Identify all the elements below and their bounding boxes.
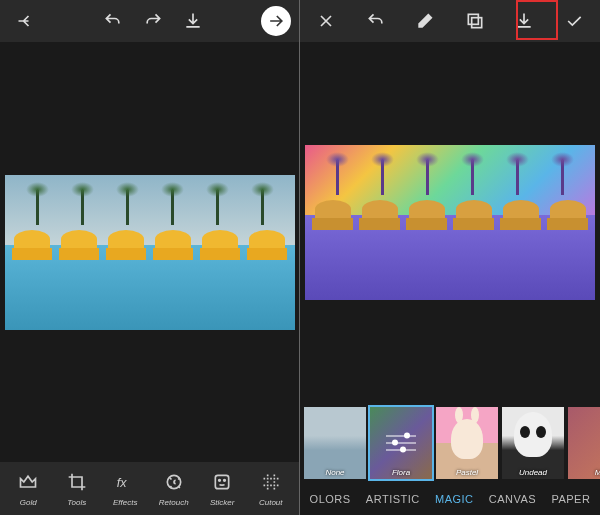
fx-icon: fx [113, 470, 137, 494]
filter-strip: NoneFloraPastelUndeadMi [300, 403, 600, 483]
cat-artistic[interactable]: ARTISTIC [366, 493, 420, 505]
filter-label: Pastel [436, 468, 498, 477]
filter-undead[interactable]: Undead [502, 407, 564, 479]
filter-flora[interactable]: Flora [370, 407, 432, 479]
right-canvas [300, 42, 600, 403]
layers-button[interactable] [457, 3, 493, 39]
cat-magic[interactable]: MAGIC [435, 493, 474, 505]
undo-button-right[interactable] [358, 3, 394, 39]
retouch-icon [162, 470, 186, 494]
close-button[interactable] [308, 3, 344, 39]
svg-point-3 [219, 480, 221, 482]
tool-label: Sticker [210, 498, 234, 507]
tool-cutout[interactable]: Cutout [248, 470, 293, 507]
tool-effects[interactable]: fxEffects [103, 470, 148, 507]
download-button[interactable] [175, 3, 211, 39]
cutout-icon [259, 470, 283, 494]
redo-button[interactable] [135, 3, 171, 39]
tool-label: Effects [113, 498, 137, 507]
crop-icon [65, 470, 89, 494]
svg-rect-2 [216, 475, 229, 488]
svg-rect-5 [468, 14, 478, 24]
undo-button[interactable] [95, 3, 131, 39]
svg-text:fx: fx [117, 476, 127, 490]
editor-left-panel: GoldToolsfxEffectsRetouchStickerCutout [0, 0, 300, 515]
left-bottom-toolbar: GoldToolsfxEffectsRetouchStickerCutout [0, 462, 299, 515]
filter-label: Mi [568, 468, 600, 477]
tool-sticker[interactable]: Sticker [200, 470, 245, 507]
tool-label: Tools [67, 498, 86, 507]
svg-point-4 [224, 480, 226, 482]
filter-label: Undead [502, 468, 564, 477]
left-topbar [0, 0, 299, 42]
next-button[interactable] [261, 6, 291, 36]
original-photo[interactable] [5, 175, 295, 330]
tool-tools[interactable]: Tools [54, 470, 99, 507]
tool-label: Gold [20, 498, 37, 507]
cat-canvas[interactable]: CANVAS [489, 493, 536, 505]
back-button[interactable] [8, 3, 44, 39]
tool-label: Cutout [259, 498, 283, 507]
sticker-icon [210, 470, 234, 494]
editor-right-panel: NoneFloraPastelUndeadMi OLORSARTISTICMAG… [300, 0, 600, 515]
filter-label: None [304, 468, 366, 477]
save-button[interactable] [506, 3, 542, 39]
filter-label: Flora [370, 468, 432, 477]
cat-paper[interactable]: PAPER [551, 493, 590, 505]
svg-rect-6 [471, 18, 481, 28]
right-topbar [300, 0, 600, 42]
filter-mist[interactable]: Mi [568, 407, 600, 479]
crown-icon [16, 470, 40, 494]
left-canvas [0, 42, 299, 462]
tool-retouch[interactable]: Retouch [151, 470, 196, 507]
apply-button[interactable] [556, 3, 592, 39]
filter-pastel[interactable]: Pastel [436, 407, 498, 479]
cat-colors[interactable]: OLORS [310, 493, 351, 505]
eraser-button[interactable] [407, 3, 443, 39]
filtered-photo[interactable] [305, 145, 595, 300]
tool-label: Retouch [159, 498, 189, 507]
category-row: OLORSARTISTICMAGICCANVASPAPER [300, 483, 600, 515]
filter-none[interactable]: None [304, 407, 366, 479]
tool-gold[interactable]: Gold [6, 470, 51, 507]
